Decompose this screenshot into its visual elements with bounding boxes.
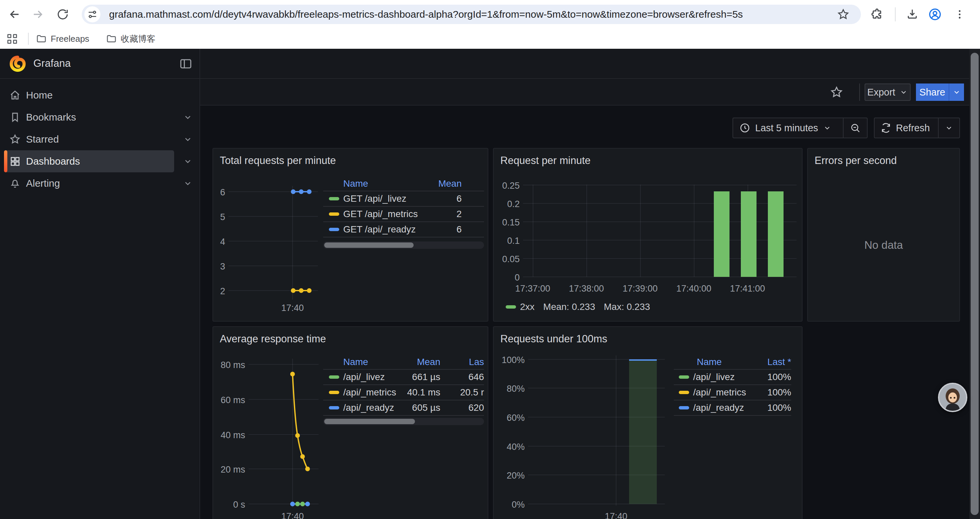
share-button-group: Share [916, 83, 964, 101]
sidebar-item-home[interactable]: Home [4, 84, 196, 106]
panel-title[interactable]: Errors per second [815, 155, 897, 167]
legend-header: Name Last * [674, 355, 791, 370]
legend-row[interactable]: /api/_readyz 605 µs 620 [323, 401, 484, 416]
grafana-logo[interactable] [10, 56, 26, 72]
y-tick: 80% [494, 384, 525, 394]
legend-row[interactable]: /api/_livez 661 µs 646 [323, 370, 484, 385]
legend-row[interactable]: /api/_livez 100% [674, 370, 791, 385]
zoom-out-icon [850, 122, 861, 134]
legend-col-name[interactable]: Name [343, 178, 422, 189]
refresh-interval-button[interactable] [939, 118, 959, 137]
panel-average-response-time[interactable]: Average response time 80 ms 60 ms 40 ms … [213, 326, 488, 519]
share-menu-button[interactable] [949, 83, 964, 101]
export-button[interactable]: Export [865, 83, 911, 101]
time-range-picker[interactable]: Last 5 minutes [733, 118, 843, 137]
legend-row[interactable]: GET /api/_livez 6 [323, 192, 484, 207]
bookmark-folder-blogs[interactable]: 收藏博客 [106, 31, 156, 46]
chevron-down-icon[interactable] [183, 178, 193, 188]
sidebar-item-dashboards[interactable]: Dashboards [4, 150, 196, 172]
series-swatch-blue [679, 406, 689, 409]
bell-icon [4, 178, 26, 189]
page-scrollbar-thumb[interactable] [970, 53, 978, 515]
sidebar-toggle-icon[interactable] [179, 57, 193, 71]
legend-col-name[interactable]: Name [697, 357, 754, 367]
legend-row[interactable]: GET /api/_metrics 2 [323, 207, 484, 222]
favorite-star-icon[interactable] [829, 84, 845, 100]
legend-row[interactable]: /api/_readyz 100% [674, 401, 791, 416]
bookmark-label: Freeleaps [51, 34, 89, 44]
extensions-icon[interactable] [869, 6, 885, 23]
legend-col-mean[interactable]: Mean [422, 178, 461, 189]
bar-2xx [768, 192, 784, 277]
x-tick: 17:40 [276, 303, 309, 313]
legend-hscrollbar[interactable] [323, 241, 484, 249]
sidebar-item-bookmarks[interactable]: Bookmarks [4, 106, 196, 128]
panel-title[interactable]: Total requests per minute [220, 155, 336, 167]
url-bar[interactable]: grafana.mathmast.com/d/deytv4rwavabkb/fr… [82, 5, 861, 24]
panel-title[interactable]: Request per minute [500, 155, 591, 167]
y-tick: 5 [213, 212, 225, 222]
apps-grid-icon[interactable] [7, 31, 17, 46]
share-button[interactable]: Share [916, 83, 949, 101]
time-controls: Last 5 minutes [732, 118, 868, 138]
y-tick: 3 [213, 262, 225, 272]
legend-col-last[interactable]: Last * [754, 357, 791, 367]
legend-col-mean[interactable]: Mean [400, 357, 440, 367]
series-swatch-yellow [679, 391, 689, 394]
legend-header: Name Mean [323, 177, 484, 192]
toolbar-divider [859, 83, 860, 101]
y-tick: 0.2 [494, 199, 520, 209]
x-tick: 17:40:00 [670, 284, 717, 294]
refresh-button[interactable]: Refresh [875, 118, 938, 137]
sidebar-item-alerting[interactable]: Alerting [4, 172, 196, 194]
x-tick: 17:40 [276, 511, 309, 519]
profile-icon[interactable] [927, 6, 943, 23]
bookmark-star-icon[interactable] [835, 7, 851, 22]
legend-row[interactable]: GET /api/_readyz 6 [323, 222, 484, 238]
panel-title[interactable]: Requests under 100ms [500, 333, 608, 345]
legend[interactable]: 2xx Mean: 0.233 Max: 0.233 [506, 302, 650, 312]
y-tick: 20% [494, 471, 525, 481]
back-icon[interactable] [6, 6, 23, 23]
site-settings-icon[interactable] [84, 6, 100, 22]
y-tick: 0.1 [494, 236, 520, 246]
zoom-out-button[interactable] [843, 118, 867, 137]
series-swatch-green [679, 375, 689, 379]
y-tick: 0.25 [494, 181, 520, 191]
reload-icon[interactable] [54, 6, 71, 23]
dashboard-canvas: Last 5 minutes Refresh Total requests pe… [200, 105, 980, 519]
y-tick: 6 [213, 187, 225, 198]
url-text[interactable]: grafana.mathmast.com/d/deytv4rwavabkb/fr… [109, 9, 743, 20]
series-swatch-blue [329, 228, 339, 231]
brand-title[interactable]: Grafana [33, 57, 71, 69]
dashboards-grid-icon [4, 156, 26, 167]
panel-requests-under-100ms[interactable]: Requests under 100ms 100% 80% 60% 40% 20… [493, 326, 803, 519]
menu-icon[interactable] [951, 6, 968, 23]
legend-col-name[interactable]: Name [343, 357, 400, 367]
panel-errors-per-second[interactable]: Errors per second No data [807, 148, 960, 322]
panel-request-per-minute[interactable]: Request per minute 0.25 0.2 0.15 0.1 0.0… [493, 148, 803, 322]
screen: grafana.mathmast.com/d/deytv4rwavabkb/fr… [0, 0, 980, 519]
bookmark-folder-freeleaps[interactable]: Freeleaps [36, 31, 89, 46]
chevron-down-icon[interactable] [183, 134, 193, 144]
legend-series: 2xx [520, 302, 535, 312]
legend-col-last[interactable]: Las [440, 357, 484, 367]
bookmarks-separator [28, 33, 29, 45]
downloads-icon[interactable] [904, 6, 921, 23]
x-tick: 17:41:00 [724, 284, 771, 294]
clock-icon [739, 122, 751, 134]
chevron-down-icon[interactable] [183, 156, 193, 166]
y-tick: 40% [494, 442, 525, 452]
no-data-message: No data [808, 239, 959, 251]
legend-row[interactable]: /api/_metrics 40.1 ms 20.5 r [323, 385, 484, 401]
forward-icon[interactable] [29, 6, 46, 23]
floating-avatar[interactable] [938, 383, 967, 412]
sidebar-item-starred[interactable]: Starred [4, 128, 196, 150]
chevron-down-icon[interactable] [183, 112, 193, 122]
panel-total-requests[interactable]: Total requests per minute 6 5 4 3 2 17:4… [213, 148, 488, 322]
legend-hscrollbar[interactable] [323, 418, 484, 425]
y-tick: 2 [213, 286, 225, 297]
sidebar: Grafana Home Bookmarks Starred [0, 49, 200, 519]
bar-under-100ms [629, 359, 657, 504]
legend-row[interactable]: /api/_metrics 100% [674, 385, 791, 401]
